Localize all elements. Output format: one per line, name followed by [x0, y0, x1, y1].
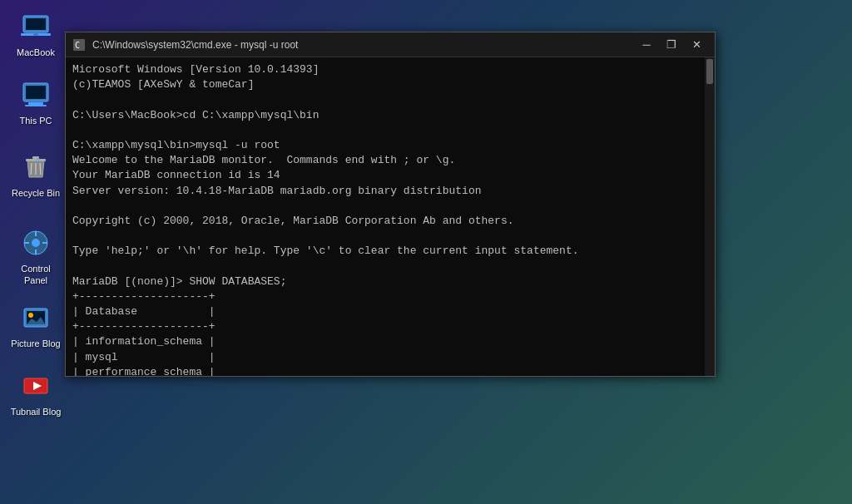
- recyclebin-icon-label: Recycle Bin: [12, 187, 60, 199]
- desktop-icon-macbook[interactable]: MacBook: [7, 7, 65, 62]
- desktop-icon-controlpanel[interactable]: Control Panel: [7, 223, 65, 290]
- desktop-icon-tubnailblog[interactable]: Tubnail Blog: [7, 366, 65, 421]
- controlpanel-icon-label: Control Panel: [10, 263, 62, 287]
- cmd-content[interactable]: Microsoft Windows [Version 10.0.14393] (…: [66, 57, 705, 376]
- recyclebin-icon: [19, 151, 52, 184]
- svg-point-14: [32, 239, 40, 247]
- svg-rect-9: [32, 156, 39, 159]
- pictureblog-icon: [19, 301, 52, 334]
- svg-point-21: [28, 313, 33, 318]
- desktop-icon-thispc[interactable]: This PC: [7, 75, 65, 130]
- cmd-titlebar-icon: C: [72, 38, 86, 52]
- tubnailblog-icon-label: Tubnail Blog: [11, 406, 62, 418]
- svg-rect-1: [26, 18, 46, 30]
- svg-rect-18: [42, 242, 47, 244]
- cmd-window: C C:\Windows\system32\cmd.exe - mysql -u…: [65, 32, 716, 377]
- svg-rect-17: [24, 242, 29, 244]
- svg-point-3: [33, 34, 38, 36]
- desktop-icon-recyclebin[interactable]: Recycle Bin: [7, 147, 65, 202]
- macbook-icon: [19, 10, 52, 43]
- svg-rect-7: [25, 105, 47, 106]
- cmd-scrollbar[interactable]: [705, 57, 715, 376]
- svg-rect-15: [35, 231, 37, 236]
- controlpanel-icon: [19, 226, 52, 259]
- thispc-icon-label: This PC: [19, 115, 52, 126]
- cmd-titlebar-buttons: ─ ❐ ✕: [635, 37, 708, 53]
- desktop-icon-pictureblog[interactable]: Picture Blog: [7, 298, 65, 353]
- cmd-body: Microsoft Windows [Version 10.0.14393] (…: [66, 57, 715, 376]
- macbook-icon-label: MacBook: [17, 47, 55, 58]
- scrollbar-thumb[interactable]: [706, 59, 713, 84]
- svg-rect-6: [28, 102, 43, 105]
- restore-button[interactable]: ❐: [660, 37, 683, 53]
- minimize-button[interactable]: ─: [635, 37, 658, 53]
- svg-rect-16: [35, 250, 37, 254]
- pictureblog-icon-label: Picture Blog: [11, 338, 60, 349]
- svg-text:C: C: [75, 41, 80, 50]
- thispc-icon: [19, 78, 52, 111]
- close-button[interactable]: ✕: [685, 37, 708, 53]
- cmd-titlebar: C C:\Windows\system32\cmd.exe - mysql -u…: [66, 32, 715, 57]
- svg-rect-5: [26, 86, 46, 99]
- cmd-titlebar-title: C:\Windows\system32\cmd.exe - mysql -u r…: [92, 39, 635, 51]
- tubnailblog-icon: [19, 369, 52, 403]
